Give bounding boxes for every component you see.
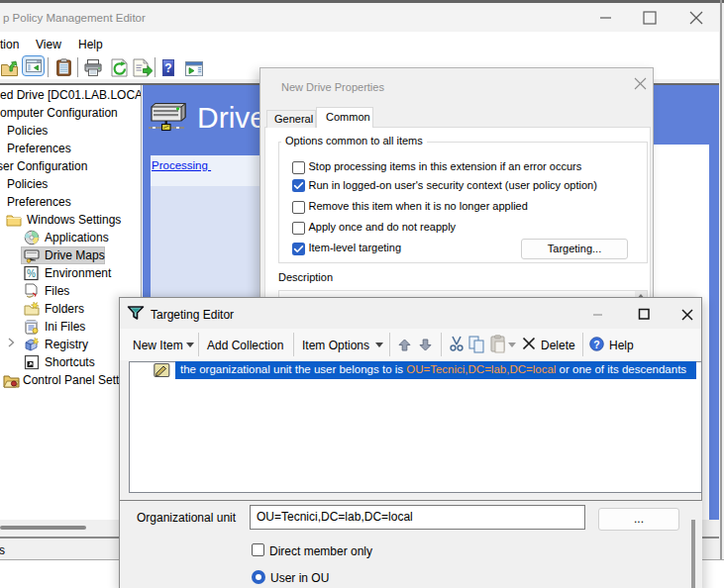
svg-text:?: ? xyxy=(593,339,599,350)
svg-text:%: % xyxy=(27,268,36,279)
